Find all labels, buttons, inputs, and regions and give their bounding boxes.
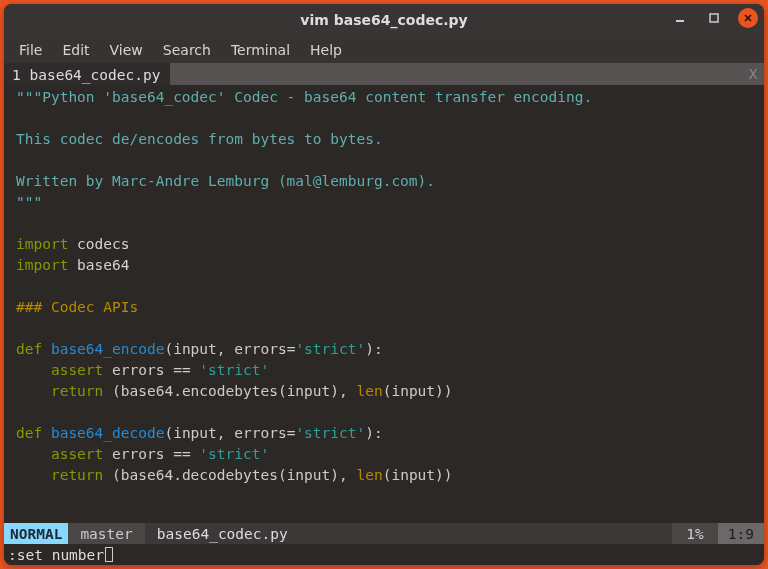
status-filename: base64_codec.py: [145, 523, 300, 544]
svg-rect-0: [676, 20, 684, 22]
code-string: 'strict': [199, 446, 269, 462]
tab-close-button[interactable]: X: [742, 63, 764, 85]
close-icon[interactable]: [738, 8, 758, 28]
editor-area[interactable]: """Python 'base64_codec' Codec - base64 …: [4, 85, 764, 523]
code-builtin: len: [356, 467, 382, 483]
code-func-name: base64_decode: [51, 425, 165, 441]
code-text: errors ==: [103, 446, 199, 462]
code-text: ):: [365, 341, 382, 357]
code-text: (base64.decodebytes(input),: [103, 467, 356, 483]
code-docstring: """Python 'base64_codec' Codec - base64 …: [16, 89, 592, 105]
code-indent: [16, 467, 51, 483]
tab-current[interactable]: 1 base64_codec.py: [4, 63, 170, 85]
code-keyword: import: [16, 236, 68, 252]
maximize-icon[interactable]: [704, 8, 724, 28]
code-string: 'strict': [295, 425, 365, 441]
code-keyword: assert: [51, 362, 103, 378]
menu-view[interactable]: View: [101, 39, 152, 61]
code-module: codecs: [68, 236, 129, 252]
minimize-icon[interactable]: [670, 8, 690, 28]
code-docstring: This codec de/encodes from bytes to byte…: [16, 131, 383, 147]
code-keyword: import: [16, 257, 68, 273]
command-text: :set number: [8, 547, 104, 563]
command-line[interactable]: :set number: [4, 544, 764, 565]
terminal-window: vim base64_codec.py File Edit View Searc…: [4, 4, 764, 565]
code-keyword: def: [16, 425, 51, 441]
menu-search[interactable]: Search: [154, 39, 220, 61]
code-text: ):: [365, 425, 382, 441]
code-text: (input)): [383, 467, 453, 483]
tab-index: 1: [12, 67, 21, 83]
window-controls: [670, 8, 758, 28]
menu-edit[interactable]: Edit: [53, 39, 98, 61]
code-comment: ### Codec APIs: [16, 299, 138, 315]
code-keyword: return: [51, 383, 103, 399]
code-docstring: Written by Marc-Andre Lemburg (mal@lembu…: [16, 173, 435, 189]
code-keyword: assert: [51, 446, 103, 462]
code-string: 'strict': [295, 341, 365, 357]
menu-file[interactable]: File: [10, 39, 51, 61]
statusbar: NORMAL master base64_codec.py 1% 1:9: [4, 523, 764, 544]
window-title: vim base64_codec.py: [300, 12, 467, 28]
menubar: File Edit View Search Terminal Help: [4, 36, 764, 63]
code-string: 'strict': [199, 362, 269, 378]
code-indent: [16, 362, 51, 378]
menu-help[interactable]: Help: [301, 39, 351, 61]
menu-terminal[interactable]: Terminal: [222, 39, 299, 61]
code-text: (input)): [383, 383, 453, 399]
code-func-name: base64_encode: [51, 341, 165, 357]
tabbar: 1 base64_codec.py X: [4, 63, 764, 85]
code-text: (input, errors=: [164, 341, 295, 357]
svg-rect-1: [710, 14, 718, 22]
status-percent: 1%: [672, 523, 717, 544]
code-indent: [16, 383, 51, 399]
code-keyword: def: [16, 341, 51, 357]
cursor-icon: [105, 547, 113, 562]
code-text: errors ==: [103, 362, 199, 378]
status-spacer: [300, 523, 673, 544]
vim-mode: NORMAL: [4, 523, 68, 544]
tab-empty-area: [170, 63, 742, 85]
titlebar: vim base64_codec.py: [4, 4, 764, 36]
code-text: (base64.encodebytes(input),: [103, 383, 356, 399]
git-branch: master: [68, 523, 144, 544]
code-builtin: len: [356, 383, 382, 399]
tab-filename: base64_codec.py: [29, 67, 160, 83]
code-docstring: """: [16, 194, 42, 210]
code-module: base64: [68, 257, 129, 273]
code-indent: [16, 446, 51, 462]
code-text: (input, errors=: [164, 425, 295, 441]
code-keyword: return: [51, 467, 103, 483]
status-position: 1:9: [718, 523, 764, 544]
